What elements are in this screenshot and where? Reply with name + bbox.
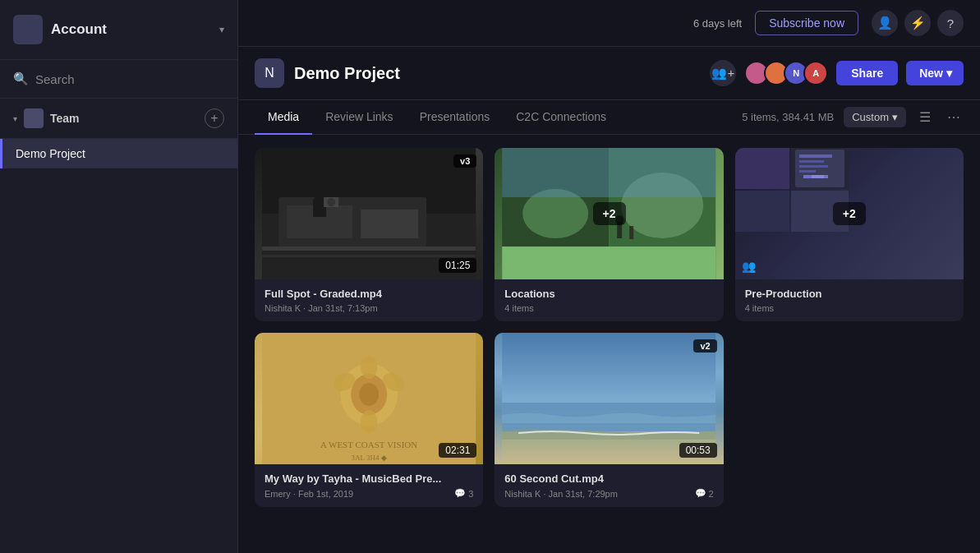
add-member-button[interactable]: 👥+: [710, 60, 736, 86]
tabs-bar: Media Review Links Presentations C2C Con…: [238, 100, 980, 135]
media-meta: 4 items: [504, 303, 713, 313]
media-info-my-way: My Way by Tayha - MusicBed Pre... Emery …: [255, 464, 483, 507]
svg-rect-16: [502, 148, 715, 197]
duration-badge: 02:31: [439, 443, 476, 458]
account-chevron-icon: ▾: [219, 24, 224, 35]
project-actions: 👥+ N A Share New ▾: [710, 60, 964, 86]
thumbnail-full-spot: v3 01:25: [255, 148, 483, 279]
search-bar[interactable]: 🔍 Search: [0, 60, 237, 99]
media-card-pre-production[interactable]: 👥 +2 Pre-Production 4 items: [735, 148, 964, 321]
team-name: Team: [50, 112, 198, 125]
version-badge: v2: [693, 339, 716, 353]
new-button[interactable]: New ▾: [906, 61, 964, 85]
media-grid: v3 01:25 Full Spot - Graded.mp4 Nishita …: [238, 135, 980, 553]
tab-c2c-connections[interactable]: C2C Connections: [503, 100, 619, 135]
media-meta: Nishita K · Jan 31st, 7:13pm: [265, 303, 473, 313]
version-badge: v3: [453, 154, 476, 168]
svg-rect-26: [812, 175, 828, 178]
new-chevron-icon: ▾: [946, 67, 952, 80]
svg-rect-5: [262, 247, 476, 251]
project-icon: N: [255, 58, 284, 88]
plus-count-badge: +2: [833, 202, 866, 225]
media-meta: Nishita K · Jan 31st, 7:29pm 💬 2: [504, 488, 713, 499]
media-card-60-second[interactable]: v2 00:53 60 Second Cut.mp4 Nishita K · J…: [495, 333, 723, 507]
media-card-my-way[interactable]: A WEST COAST VISION 3AL 3H4 ◆ 02:31 My W…: [255, 333, 483, 507]
folder-people-icon: 👥: [742, 260, 756, 273]
lightning-icon-button[interactable]: ⚡: [904, 10, 931, 36]
svg-rect-19: [629, 226, 633, 239]
svg-point-34: [361, 410, 377, 433]
subscribe-button[interactable]: Subscribe now: [755, 11, 858, 35]
plus-count-badge: +2: [593, 202, 626, 225]
media-title: Pre-Production: [745, 288, 954, 300]
media-info-locations: Locations 4 items: [495, 279, 723, 321]
thumbnail-my-way: A WEST COAST VISION 3AL 3H4 ◆ 02:31: [255, 333, 483, 464]
top-bar-icons: 👤 ⚡ ?: [872, 10, 964, 36]
svg-text:3AL 3H4 ◆: 3AL 3H4 ◆: [352, 454, 387, 462]
duration-badge: 00:53: [679, 443, 717, 458]
media-meta: 4 items: [745, 303, 954, 313]
user-icon-button[interactable]: 👤: [872, 10, 898, 36]
add-project-button[interactable]: +: [205, 108, 224, 128]
project-header: N Demo Project 👥+ N A Share New ▾: [238, 47, 980, 100]
svg-rect-4: [361, 210, 418, 238]
project-avatars: N A: [744, 61, 828, 85]
media-title: Full Spot - Graded.mp4: [265, 288, 473, 300]
help-icon-button[interactable]: ?: [937, 10, 964, 36]
media-info-60-second: 60 Second Cut.mp4 Nishita K · Jan 31st, …: [495, 464, 723, 507]
svg-rect-23: [799, 165, 828, 168]
sidebar: Account ▾ 🔍 Search ▾ Team + Demo Project: [0, 0, 238, 553]
sort-chevron-icon: ▾: [892, 111, 898, 123]
comment-count: 💬 3: [454, 488, 473, 499]
team-avatar: [24, 108, 44, 128]
share-button[interactable]: Share: [836, 61, 898, 85]
svg-point-10: [327, 198, 335, 206]
svg-rect-15: [502, 247, 715, 279]
tab-presentations[interactable]: Presentations: [407, 100, 504, 135]
media-title: Locations: [504, 288, 713, 300]
list-view-button[interactable]: ☰: [916, 106, 934, 128]
search-icon: 🔍: [13, 71, 29, 86]
main-content: 6 days left Subscribe now 👤 ⚡ ? N Demo P…: [238, 0, 980, 553]
avatar-4: A: [803, 61, 828, 85]
team-section: ▾ Team +: [0, 99, 237, 139]
trial-text: 6 days left: [693, 17, 742, 30]
more-options-button[interactable]: ⋯: [944, 106, 964, 128]
duration-badge: 01:25: [439, 258, 476, 273]
project-name: Demo Project: [16, 147, 85, 160]
media-card-locations[interactable]: +2 Locations 4 items: [495, 148, 723, 321]
svg-point-30: [359, 383, 379, 406]
svg-rect-21: [799, 154, 832, 158]
svg-rect-24: [799, 170, 816, 173]
account-section[interactable]: Account ▾: [0, 0, 237, 60]
sort-dropdown[interactable]: Custom ▾: [844, 107, 906, 127]
media-info-full-spot: Full Spot - Graded.mp4 Nishita K · Jan 3…: [255, 279, 483, 321]
tab-media[interactable]: Media: [255, 100, 312, 135]
team-chevron-icon[interactable]: ▾: [13, 114, 17, 123]
svg-text:A WEST COAST VISION: A WEST COAST VISION: [320, 440, 417, 449]
media-title: My Way by Tayha - MusicBed Pre...: [265, 472, 473, 485]
thumbnail-locations: +2: [495, 148, 723, 279]
media-card-full-spot[interactable]: v3 01:25 Full Spot - Graded.mp4 Nishita …: [255, 148, 483, 321]
comment-count: 💬 2: [695, 488, 714, 499]
top-bar: 6 days left Subscribe now 👤 ⚡ ?: [238, 0, 980, 47]
svg-point-33: [361, 356, 377, 379]
items-count: 5 items, 384.41 MB: [742, 111, 834, 123]
account-label: Account: [51, 21, 211, 38]
tab-review-links[interactable]: Review Links: [312, 100, 406, 135]
svg-rect-6: [262, 255, 476, 257]
search-label: Search: [35, 72, 75, 86]
media-info-pre-production: Pre-Production 4 items: [735, 279, 964, 321]
tabs-info: 5 items, 384.41 MB Custom ▾ ☰ ⋯: [742, 106, 964, 128]
thumbnail-pre-production: 👥 +2: [735, 148, 964, 279]
svg-rect-22: [799, 160, 824, 163]
sidebar-item-demo-project[interactable]: Demo Project: [0, 139, 237, 168]
project-title: Demo Project: [294, 64, 700, 83]
thumbnail-60-second: v2 00:53: [495, 333, 723, 464]
media-meta: Emery · Feb 1st, 2019 💬 3: [265, 488, 473, 499]
account-avatar: [13, 15, 43, 44]
media-title: 60 Second Cut.mp4: [504, 472, 713, 485]
